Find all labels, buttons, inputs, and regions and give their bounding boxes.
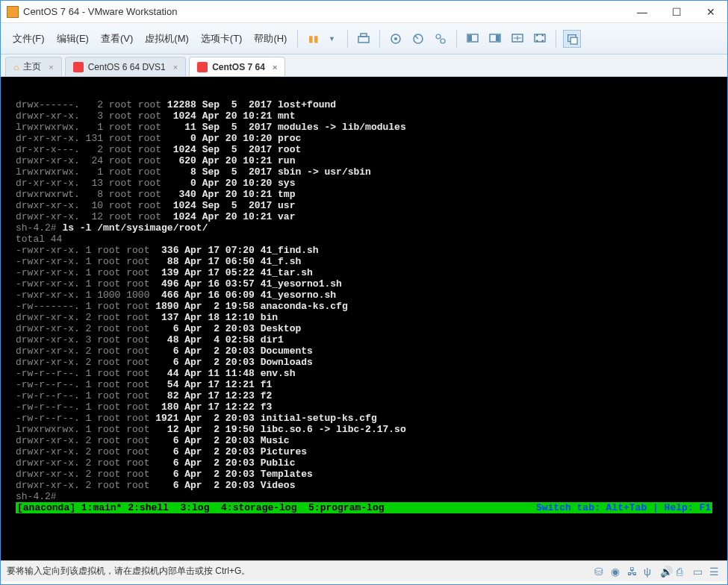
tab-close-icon[interactable]: × (273, 63, 277, 72)
send-ctrl-alt-del-icon[interactable] (355, 30, 373, 48)
usb-icon[interactable]: ψ (644, 566, 656, 578)
stretch-guest-icon[interactable] (508, 30, 526, 48)
tab-home[interactable]: ⌂ 主页 × (5, 57, 62, 76)
console-view-icon[interactable] (464, 30, 482, 48)
svg-point-5 (436, 34, 441, 39)
svg-point-3 (394, 37, 397, 40)
fullscreen-icon[interactable] (531, 30, 549, 48)
svg-rect-14 (571, 37, 578, 44)
home-icon: ⌂ (13, 62, 19, 72)
window-controls: — ☐ ✕ (632, 4, 721, 19)
titlebar: CentOS 7 64 - VMware Workstation — ☐ ✕ (1, 1, 727, 23)
separator (379, 30, 380, 48)
menu-tabs[interactable]: 选项卡(T) (195, 29, 249, 49)
statusbar: 要将输入定向到该虚拟机，请在虚拟机内部单击或按 Ctrl+G。 ⛁ ◉ 🖧 ψ … (1, 560, 727, 581)
window-title: CentOS 7 64 - VMware Workstation (23, 6, 632, 17)
minimize-button[interactable]: — (632, 4, 653, 19)
vm-icon (197, 62, 208, 72)
tabbar: ⌂ 主页 × CentOS 6 64 DVS1 × CentOS 7 64 × (1, 54, 727, 77)
menubar: 文件(F) 编辑(E) 查看(V) 虚拟机(M) 选项卡(T) 帮助(H) ▮▮… (1, 23, 727, 54)
unity-icon[interactable] (563, 30, 581, 48)
vm-icon (73, 62, 84, 72)
svg-rect-0 (358, 37, 369, 43)
network-icon[interactable]: 🖧 (627, 566, 639, 578)
separator (297, 30, 298, 48)
device-tray: ⛁ ◉ 🖧 ψ 🔊 ⎙ ▭ ☰ (594, 566, 721, 578)
menu-edit[interactable]: 编辑(E) (51, 29, 95, 49)
tab-label: CentOS 6 64 DVS1 (88, 62, 166, 72)
svg-rect-1 (361, 34, 367, 37)
power-dropdown-icon[interactable]: ▼ (323, 30, 340, 48)
tab-label: 主页 (23, 60, 41, 73)
sound-icon[interactable]: 🔊 (660, 566, 672, 578)
tmux-statusline: [anaconda] 1:main* 2:shell 3:log 4:stora… (16, 502, 712, 513)
cd-icon[interactable]: ◉ (611, 566, 623, 578)
terminal-output[interactable]: drwx------. 2 root root 12288 Sep 5 2017… (1, 77, 727, 560)
app-icon (7, 6, 19, 18)
display-icon[interactable]: ▭ (693, 566, 705, 578)
svg-rect-10 (496, 35, 500, 41)
tab-centos6[interactable]: CentOS 6 64 DVS1 × (65, 57, 187, 76)
separator (556, 30, 556, 48)
separator (456, 30, 457, 48)
printer-icon[interactable]: ⎙ (676, 566, 688, 578)
snapshot-icon[interactable] (387, 30, 405, 48)
revert-snapshot-icon[interactable] (409, 30, 427, 48)
tab-close-icon[interactable]: × (49, 63, 53, 72)
input-hint: 要将输入定向到该虚拟机，请在虚拟机内部单击或按 Ctrl+G。 (7, 565, 250, 578)
tab-label: CentOS 7 64 (212, 62, 265, 72)
tab-close-icon[interactable]: × (173, 63, 178, 72)
message-log-icon[interactable]: ☰ (709, 566, 721, 578)
hdd-icon[interactable]: ⛁ (594, 566, 606, 578)
menu-file[interactable]: 文件(F) (7, 29, 51, 49)
manage-snapshot-icon[interactable] (432, 30, 449, 48)
tab-centos7[interactable]: CentOS 7 64 × (189, 57, 285, 76)
svg-point-6 (441, 39, 445, 43)
close-button[interactable]: ✕ (700, 4, 721, 19)
menu-help[interactable]: 帮助(H) (248, 29, 293, 49)
menu-view[interactable]: 查看(V) (95, 29, 139, 49)
pause-icon[interactable]: ▮▮ (305, 30, 323, 48)
maximize-button[interactable]: ☐ (666, 4, 687, 19)
thumbnail-view-icon[interactable] (486, 30, 504, 48)
separator (347, 30, 348, 48)
menu-vm[interactable]: 虚拟机(M) (139, 29, 195, 49)
svg-rect-8 (468, 35, 472, 41)
